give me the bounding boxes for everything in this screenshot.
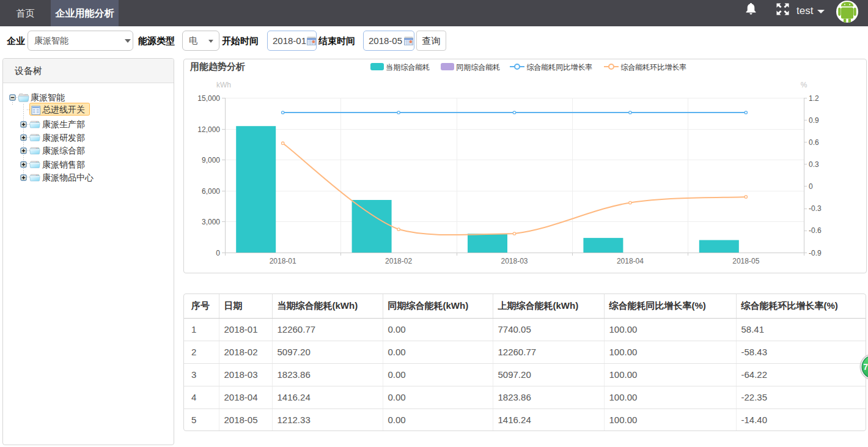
svg-text:2018-04: 2018-04 [617,257,644,265]
svg-text:7: 7 [863,362,868,372]
svg-text:0.9: 0.9 [809,116,819,125]
svg-text:-0.3: -0.3 [809,204,822,213]
svg-text:6,000: 6,000 [202,187,220,196]
svg-text:1.2: 1.2 [809,94,819,103]
svg-text:-0.9: -0.9 [809,249,822,257]
svg-text:3,000: 3,000 [202,218,220,226]
svg-text:kWh: kWh [216,81,231,89]
svg-text:0.6: 0.6 [809,138,819,147]
svg-text:0.3: 0.3 [809,160,819,169]
svg-text:2018-01: 2018-01 [270,257,296,265]
svg-text:0: 0 [809,182,813,191]
svg-text:9,000: 9,000 [202,156,220,164]
svg-text:12,000: 12,000 [197,125,220,134]
svg-text:15,000: 15,000 [197,94,220,103]
svg-text:2018-03: 2018-03 [501,257,528,265]
svg-text:0: 0 [216,249,220,257]
svg-text:2018-05: 2018-05 [732,257,759,265]
svg-text:-0.6: -0.6 [809,226,822,235]
svg-text:2018-02: 2018-02 [385,257,412,265]
svg-text:%: % [801,81,807,89]
